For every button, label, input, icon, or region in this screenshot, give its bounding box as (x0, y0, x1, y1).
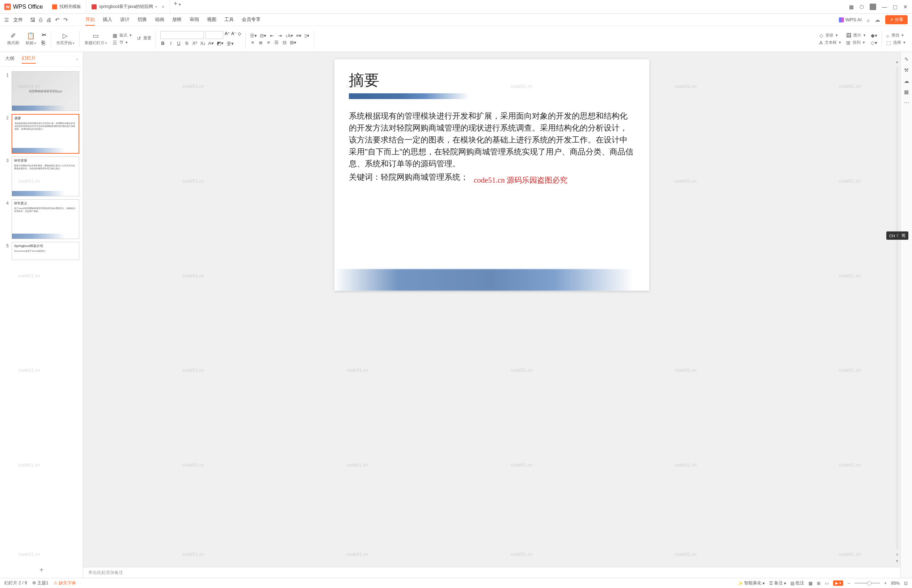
missing-font-warning[interactable]: ⚠ 缺失字体 (53, 580, 76, 586)
rail-pencil-icon[interactable]: ✎ (904, 57, 909, 62)
font-increase-icon[interactable]: A⁺ (225, 31, 230, 39)
from-current-button[interactable]: ▷当页开始▾ (53, 31, 77, 47)
shape-button[interactable]: ◇形状▾ (820, 32, 841, 38)
share-button[interactable]: ↗ 分享 (885, 15, 908, 24)
wps-ai-button[interactable]: WPS AI (839, 17, 862, 23)
zoom-out-icon[interactable]: − (847, 581, 850, 586)
underline-button[interactable]: U (176, 40, 181, 47)
section-button[interactable]: ☰节▾ (113, 40, 132, 45)
menu-tab-member[interactable]: 会员专享 (242, 14, 261, 26)
view-reading-icon[interactable]: ▭ (825, 581, 829, 586)
thumbnail-4[interactable]: 研究意义 基于Java的轻院网购商城管理系统研究具有重要意义，能够提高管理效率，… (11, 199, 79, 239)
view-normal-icon[interactable]: ▦ (808, 581, 813, 586)
search-icon[interactable]: ⌕ (867, 17, 870, 23)
outline-tab[interactable]: 大纲 (5, 55, 15, 63)
align-left-icon[interactable]: ≡ (250, 40, 255, 45)
indent-increase-icon[interactable]: ⇥ (277, 33, 282, 38)
align-justify-icon[interactable]: ☰ (274, 40, 279, 45)
arrange-button[interactable]: ⊞排列▾ (846, 40, 866, 45)
clear-format-icon[interactable]: ◇ (238, 31, 241, 39)
save-icon[interactable]: 🖫 (30, 17, 36, 23)
file-menu[interactable]: 文件 (13, 17, 23, 23)
notes-area[interactable]: 单击此处添加备注 (83, 567, 901, 578)
paste-button[interactable]: 📋粘贴▾ (23, 31, 39, 47)
slide-canvas[interactable]: 摘要 系统根据现有的管理模块进行开发和扩展，采用面向对象的开发的思想和结构化的开… (334, 59, 649, 291)
strikethrough-button[interactable]: S (184, 40, 189, 47)
menu-tab-insert[interactable]: 插入 (103, 14, 112, 26)
thumbnail-5[interactable]: Springboot框架介绍 Spring Boot是基于Spring框架的..… (11, 242, 79, 260)
menu-tab-tools[interactable]: 工具 (224, 14, 234, 26)
align-center-icon[interactable]: ≣ (258, 40, 263, 45)
cloud-icon[interactable]: ☁ (875, 17, 880, 23)
scroll-down-icon[interactable]: ▾ (896, 559, 898, 564)
text-effects-button[interactable]: 变▾ (227, 40, 234, 47)
menu-tab-slideshow[interactable]: 放映 (172, 14, 182, 26)
tab-template[interactable]: 找稻壳模板 (47, 0, 86, 13)
align-right-icon[interactable]: ≡ (266, 40, 271, 45)
collapse-panel-icon[interactable]: ‹ (76, 57, 78, 62)
fit-window-icon[interactable]: ⊡ (904, 581, 908, 586)
scroll-up-icon[interactable]: ▴ (896, 59, 898, 64)
rail-cloud-icon[interactable]: ☁ (904, 78, 909, 84)
format-brush-button[interactable]: ✐格式刷 (4, 31, 22, 47)
thumbnail-3[interactable]: 研究背景 随着互联网技术的发展和普及，网络购物已成为人们日常生活的重要组成部分。… (11, 157, 79, 196)
close-window-button[interactable]: ✕ (903, 4, 908, 10)
ime-indicator[interactable]: CH ☾ 简 (886, 231, 909, 240)
font-color-button[interactable]: A▾ (208, 40, 214, 47)
align-distribute-icon[interactable]: ⊟ (282, 40, 287, 45)
new-slide-button[interactable]: ▭新建幻灯片▾ (82, 31, 110, 47)
shape-outline-icon[interactable]: ◇▾ (871, 40, 877, 45)
redo-icon[interactable]: ↷ (63, 17, 68, 23)
zoom-slider[interactable] (854, 583, 880, 584)
review-toggle-button[interactable]: ▤ 批注 (791, 580, 804, 586)
rail-template-icon[interactable]: ▦ (904, 89, 909, 95)
menu-tab-view[interactable]: 视图 (207, 14, 216, 26)
vertical-scrollbar[interactable] (896, 66, 899, 550)
select-button[interactable]: ⬚选择▾ (886, 40, 906, 45)
bold-button[interactable]: B (160, 40, 165, 47)
export-icon[interactable]: ⎙ (39, 17, 42, 23)
picture-button[interactable]: 🖼图片▾ (846, 32, 866, 38)
superscript-button[interactable]: X² (192, 40, 197, 47)
italic-button[interactable]: I (168, 40, 173, 47)
shape-fill-icon[interactable]: ◆▾ (871, 32, 877, 38)
menu-tab-review[interactable]: 审阅 (190, 14, 199, 26)
font-size-input[interactable] (205, 31, 223, 39)
notes-toggle-button[interactable]: ☰ 备注 ▾ (769, 580, 786, 586)
slideshow-play-button[interactable]: ▶ ▾ (833, 580, 843, 586)
highlight-button[interactable]: ◩▾ (217, 40, 224, 47)
cut-icon[interactable]: ✂ (42, 31, 46, 38)
maximize-button[interactable]: ▢ (893, 4, 897, 10)
bullet-list-icon[interactable]: ☰▾ (250, 33, 257, 38)
subscript-button[interactable]: X₂ (200, 40, 205, 47)
theme-button[interactable]: ⚙ 主题1 (32, 580, 49, 586)
vertical-align-icon[interactable]: ⊞▾ (290, 40, 296, 45)
window-cube-icon[interactable]: ⬡ (860, 4, 864, 10)
minimize-button[interactable]: — (882, 4, 887, 10)
font-family-input[interactable] (160, 31, 204, 39)
print-icon[interactable]: 🖨 (46, 17, 52, 23)
menu-tab-start[interactable]: 开始 (86, 14, 95, 26)
slide-body[interactable]: 系统根据现有的管理模块进行开发和扩展，采用面向对象的开发的思想和结构化的开发方法… (349, 110, 635, 183)
window-grid-icon[interactable]: ▦ (849, 4, 854, 10)
reset-button[interactable]: ↺重置 (137, 36, 151, 41)
textbox-button[interactable]: A文本框▾ (820, 40, 841, 45)
slide-title[interactable]: 摘要 (349, 70, 635, 90)
thumbnail-1[interactable]: 轻院网购商城管理系统ppt (11, 71, 79, 111)
tab-dropdown-icon[interactable]: ▾ (155, 5, 157, 9)
smart-beautify-button[interactable]: ✨ 智能美化 ▾ (737, 580, 765, 586)
text-direction-icon[interactable]: ↕A▾ (285, 33, 293, 38)
menu-tab-transition[interactable]: 切换 (138, 14, 147, 26)
prev-slide-icon[interactable]: ≡ (896, 552, 898, 557)
tab-add-button[interactable]: +▾ (170, 0, 185, 13)
thumbnail-2[interactable]: 摘要 系统根据现有的管理模块进行开发和扩展，采用面向对象的开发的思想和结构化的开… (11, 114, 79, 154)
add-slide-button[interactable]: + (0, 562, 83, 578)
rail-more-icon[interactable]: ⋯ (904, 100, 909, 106)
rail-tools-icon[interactable]: ⚒ (904, 67, 909, 73)
view-sorter-icon[interactable]: ⊞ (817, 581, 820, 586)
zoom-value[interactable]: 95% (891, 581, 900, 586)
columns-icon[interactable]: ▯▾ (305, 33, 309, 38)
layout-button[interactable]: ▦版式▾ (113, 32, 132, 38)
line-spacing-icon[interactable]: ≡▾ (296, 33, 301, 38)
indent-decrease-icon[interactable]: ⇤ (269, 33, 274, 38)
